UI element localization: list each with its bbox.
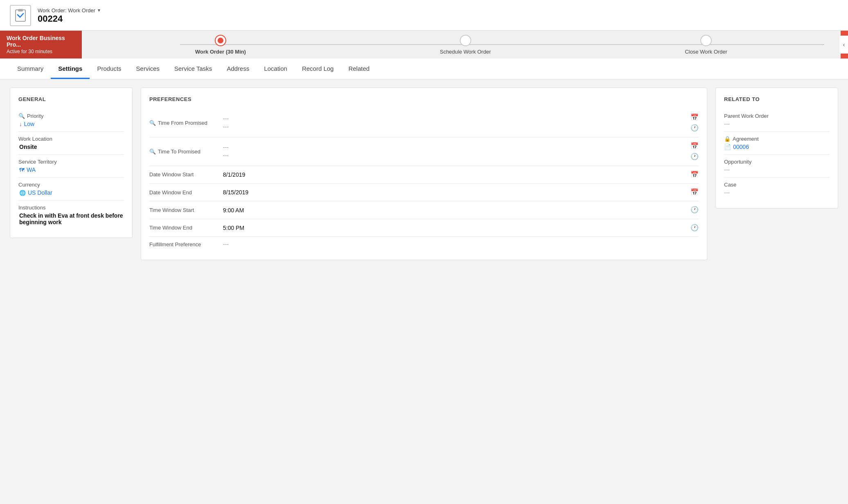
progress-bar-section: Work Order Business Pro... Active for 30… bbox=[0, 31, 848, 59]
app-header: Work Order: Work Order ▾ 00224 bbox=[0, 0, 848, 31]
record-title-row: Work Order: Work Order ▾ 00224 bbox=[10, 5, 838, 30]
agreement-value[interactable]: 📄 00006 bbox=[724, 144, 830, 150]
fulfillment-preference-row: Fulfillment Preference --- bbox=[149, 237, 699, 252]
clock-icon-time-end[interactable]: 🕐 bbox=[691, 223, 699, 232]
tab-service-tasks[interactable]: Service Tasks bbox=[167, 59, 219, 79]
preferences-card: PREFERENCES 🔍 Time From Promised --- ---… bbox=[141, 88, 707, 260]
instructions-field: Instructions Check in with Eva at front … bbox=[18, 200, 124, 230]
priority-value[interactable]: ↓ Low bbox=[18, 121, 124, 127]
preferences-section-title: PREFERENCES bbox=[149, 96, 699, 102]
step-circle-work-order bbox=[215, 35, 226, 46]
time-to-promised-label: 🔍 Time To Promised bbox=[149, 148, 223, 155]
currency-value[interactable]: 🌐 US Dollar bbox=[18, 189, 124, 196]
date-window-start-row: Date Window Start 8/1/2019 📅 bbox=[149, 166, 699, 184]
time-from-icons: 📅 🕐 bbox=[691, 113, 699, 133]
time-window-start-values: 9:00 AM bbox=[223, 207, 691, 214]
instructions-label: Instructions bbox=[18, 205, 124, 211]
fulfillment-preference-label: Fulfillment Preference bbox=[149, 241, 223, 248]
opportunity-value: --- bbox=[724, 166, 830, 173]
tab-services[interactable]: Services bbox=[129, 59, 167, 79]
tab-address[interactable]: Address bbox=[219, 59, 256, 79]
calendar-icon-date-start[interactable]: 📅 bbox=[691, 170, 699, 179]
related-to-card: RELATED TO Parent Work Order --- 🔒 Agree… bbox=[715, 88, 838, 209]
date-window-end-row: Date Window End 8/15/2019 📅 bbox=[149, 184, 699, 201]
time-from-val2: --- bbox=[223, 124, 691, 130]
instructions-value: Check in with Eva at front desk before b… bbox=[18, 212, 124, 225]
tab-summary[interactable]: Summary bbox=[10, 59, 51, 79]
progress-sidebar-arrow[interactable]: ‹ bbox=[839, 36, 848, 54]
record-type-label: Work Order: Work Order ▾ bbox=[38, 7, 100, 14]
work-location-field: Work Location Onsite bbox=[18, 132, 124, 155]
time-window-start-label: Time Window Start bbox=[149, 207, 223, 213]
record-number: 00224 bbox=[38, 14, 100, 24]
date-window-end-label: Date Window End bbox=[149, 189, 223, 196]
svg-rect-1 bbox=[18, 9, 23, 11]
time-to-search-icon: 🔍 bbox=[149, 148, 156, 155]
progress-step-close[interactable]: Close Work Order bbox=[685, 35, 727, 55]
lock-icon: 🔒 bbox=[724, 136, 731, 142]
agreement-label: 🔒 Agreement bbox=[724, 136, 830, 142]
time-to-val2: --- bbox=[223, 152, 691, 159]
progress-sidebar-button[interactable]: Work Order Business Pro... Active for 30… bbox=[0, 31, 82, 59]
time-window-end-row: Time Window End 5:00 PM 🕐 bbox=[149, 219, 699, 237]
service-territory-field: Service Territory 🗺 WA bbox=[18, 155, 124, 178]
calendar-icon-time-to[interactable]: 📅 bbox=[691, 142, 699, 151]
general-card: GENERAL 🔍 Priority ↓ Low Work Location O… bbox=[10, 88, 133, 238]
clock-icon-time-start[interactable]: 🕐 bbox=[691, 205, 699, 214]
main-content: GENERAL 🔍 Priority ↓ Low Work Location O… bbox=[0, 79, 848, 268]
svg-rect-0 bbox=[16, 10, 25, 21]
time-from-promised-row: 🔍 Time From Promised --- --- 📅 🕐 bbox=[149, 109, 699, 137]
date-window-end-values: 8/15/2019 bbox=[223, 189, 691, 196]
calendar-icon-date-end[interactable]: 📅 bbox=[691, 188, 699, 197]
step-label-schedule: Schedule Work Order bbox=[440, 49, 491, 55]
calendar-icon-time-from[interactable]: 📅 bbox=[691, 113, 699, 122]
time-from-val1: --- bbox=[223, 115, 691, 122]
tab-settings[interactable]: Settings bbox=[51, 59, 90, 79]
currency-icon: 🌐 bbox=[19, 190, 26, 196]
time-window-start-row: Time Window Start 9:00 AM 🕐 bbox=[149, 201, 699, 219]
progress-step-schedule[interactable]: Schedule Work Order bbox=[440, 35, 491, 55]
case-value: --- bbox=[724, 189, 830, 196]
tabs-bar: Summary Settings Products Services Servi… bbox=[0, 59, 848, 79]
clock-icon-time-to[interactable]: 🕐 bbox=[691, 152, 699, 161]
time-to-val1: --- bbox=[223, 144, 691, 151]
record-type-chevron[interactable]: ▾ bbox=[98, 7, 100, 13]
step-label-work-order: Work Order (30 Min) bbox=[195, 49, 246, 55]
document-icon: 📄 bbox=[724, 144, 731, 150]
parent-work-order-value: --- bbox=[724, 121, 830, 127]
time-from-search-icon: 🔍 bbox=[149, 120, 156, 126]
step-circle-schedule bbox=[460, 35, 471, 46]
currency-field: Currency 🌐 US Dollar bbox=[18, 178, 124, 200]
clock-icon-time-from[interactable]: 🕐 bbox=[691, 124, 699, 133]
time-window-start-icons: 🕐 bbox=[691, 205, 699, 214]
time-window-end-label: Time Window End bbox=[149, 225, 223, 231]
date-window-end-val: 8/15/2019 bbox=[223, 189, 691, 196]
date-window-start-values: 8/1/2019 bbox=[223, 171, 691, 178]
opportunity-label: Opportunity bbox=[724, 159, 830, 165]
currency-label: Currency bbox=[18, 182, 124, 188]
general-section-title: GENERAL bbox=[18, 96, 124, 102]
step-circle-close bbox=[700, 35, 712, 46]
priority-arrow-icon: ↓ bbox=[19, 121, 22, 127]
priority-icon: 🔍 bbox=[18, 113, 25, 119]
record-title-text: Work Order: Work Order ▾ 00224 bbox=[38, 7, 100, 24]
progress-steps: Work Order (30 Min) Schedule Work Order … bbox=[82, 31, 841, 59]
agreement-field: 🔒 Agreement 📄 00006 bbox=[724, 132, 830, 155]
time-from-promised-label: 🔍 Time From Promised bbox=[149, 120, 223, 126]
map-icon: 🗺 bbox=[19, 167, 25, 173]
progress-line bbox=[180, 44, 824, 45]
work-location-value: Onsite bbox=[18, 144, 124, 150]
tab-location[interactable]: Location bbox=[256, 59, 295, 79]
time-from-promised-values: --- --- bbox=[223, 115, 691, 130]
priority-label: 🔍 Priority bbox=[18, 113, 124, 119]
general-fields: 🔍 Priority ↓ Low Work Location Onsite Se… bbox=[18, 109, 124, 230]
tab-products[interactable]: Products bbox=[90, 59, 128, 79]
progress-sidebar-title: Work Order Business Pro... bbox=[7, 35, 75, 48]
time-window-end-values: 5:00 PM bbox=[223, 225, 691, 231]
progress-step-work-order[interactable]: Work Order (30 Min) bbox=[195, 35, 246, 55]
tab-record-log[interactable]: Record Log bbox=[295, 59, 341, 79]
service-territory-value[interactable]: 🗺 WA bbox=[18, 166, 124, 173]
case-field: Case --- bbox=[724, 178, 830, 200]
tab-related[interactable]: Related bbox=[341, 59, 377, 79]
time-to-promised-values: --- --- bbox=[223, 144, 691, 159]
